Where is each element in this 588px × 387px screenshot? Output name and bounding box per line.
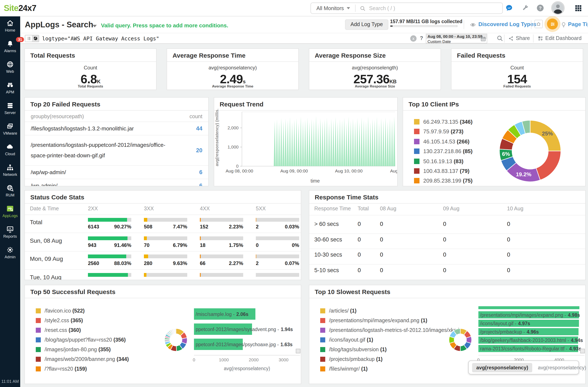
sidebar-item-rum[interactable]: RUM xyxy=(0,184,20,203)
series-toggle-other[interactable]: avg(responselatency) xyxy=(538,365,586,370)
legend-item[interactable]: /style2.css (365) xyxy=(36,318,83,324)
sidebar-item-alarms[interactable]: 31Alarms xyxy=(0,40,20,59)
page-title[interactable]: AppLogs - Search xyxy=(25,20,93,29)
legend-label: /projects/pmbackup (1) xyxy=(329,356,382,362)
page-tips-link[interactable]: Page Tips xyxy=(568,21,588,27)
table-row: /files/logstash/logstash-1.3.2-monolithi… xyxy=(25,122,208,135)
wrench-icon[interactable] xyxy=(520,3,530,13)
edit-dashboard-icon xyxy=(538,36,543,41)
legend-item[interactable]: /images/jordan-80.png (355) xyxy=(36,346,111,352)
donut-slice-label: 19.2% xyxy=(516,171,531,178)
status-percent: 9.63% xyxy=(173,260,187,266)
bar-ppetconf-2012/images/psychoaxe.jpg[interactable]: ppetconf-2012/images/psychoaxe.jpg -1.63… xyxy=(194,339,243,350)
panel-title: Response Time Stats xyxy=(309,191,585,204)
sidebar-item-network[interactable]: Network xyxy=(0,163,20,183)
chart-view-icon[interactable] xyxy=(32,35,39,42)
gear-icon xyxy=(6,246,14,254)
legend-item[interactable]: /?flav=rss20 (159) xyxy=(36,366,87,372)
legend-item[interactable]: /blog/tags/puppet?flav=rss20 (356) xyxy=(36,337,126,343)
bar-/blog/geekery/flashback-2010-2003.html[interactable]: /blog/geekery/flashback-2010-2003.html -… xyxy=(478,337,578,344)
sidebar-item-server[interactable]: Server xyxy=(0,101,20,121)
count-link[interactable]: 44 xyxy=(196,125,202,132)
search-submit-icon[interactable] xyxy=(497,35,503,42)
legend-item[interactable]: /reset.css (360) xyxy=(36,327,81,333)
status-percent: 88.03% xyxy=(114,260,131,266)
sidebar-item-applogs[interactable]: AppLogs xyxy=(0,204,20,224)
sidebar-item-reports[interactable]: Reports xyxy=(0,225,20,244)
status-count: 2560 xyxy=(88,260,99,266)
divider xyxy=(309,249,585,249)
sidebar-item-web[interactable]: Web xyxy=(0,60,20,80)
bar-/icons/layout.gif[interactable]: /icons/layout.gif -4.97s xyxy=(478,320,579,327)
bar-partial[interactable] xyxy=(478,306,579,309)
avatar[interactable] xyxy=(551,1,565,15)
page-header: AppLogs - Search Valid query. Press spac… xyxy=(20,16,588,33)
share-button[interactable]: Share xyxy=(516,35,530,41)
sidebar-item-home[interactable]: Home xyxy=(0,19,20,38)
search-icon xyxy=(360,5,366,11)
legend-item[interactable]: /files/winmgr/ (1) xyxy=(320,366,368,372)
series-toggle-selected[interactable]: avg(responselatency) xyxy=(472,363,532,372)
edit-dashboard-button[interactable]: Edit Dashboard xyxy=(545,35,582,41)
status-values: 20.07% xyxy=(256,260,299,266)
status-bar-fill xyxy=(200,218,201,222)
log-query-input[interactable] xyxy=(42,35,400,42)
axis-tick-label: Aug 08, 00:00 xyxy=(226,168,253,173)
monitor-scope-dropdown[interactable]: All Monitors xyxy=(311,5,355,11)
bar-ppetconf-2012/images/sysadvent.png[interactable]: ppetconf-2012/images/sysadvent.png -1.94… xyxy=(194,324,252,335)
table-row: /wp/wp-admin/6 xyxy=(25,165,208,179)
donut-slice[interactable] xyxy=(536,151,561,180)
status-bar-fill xyxy=(144,273,146,277)
scrollbar-thumb[interactable] xyxy=(580,349,585,353)
help-icon[interactable]: ? xyxy=(535,3,545,13)
title-caret-icon[interactable] xyxy=(93,25,97,27)
search-input[interactable] xyxy=(366,5,502,11)
list-view-icon[interactable] xyxy=(25,35,32,42)
bar-/misc/sample.log[interactable]: /misc/sample.log -2.06s xyxy=(194,308,255,320)
bar-label: /misc/sample.log -2.06s xyxy=(196,308,249,320)
sidebar-item-cloud[interactable]: Cloud xyxy=(0,143,20,162)
response-count: 0 xyxy=(380,236,383,243)
date-range-picker[interactable]: Aug 08, 00:00 - Aug 10, 23:59 Custom Dat… xyxy=(426,34,487,43)
count-link[interactable]: 20 xyxy=(196,147,202,154)
legend-item[interactable]: /articles/ (1) xyxy=(320,308,357,314)
legend-item[interactable]: /blog/tags/subversion (1) xyxy=(320,346,387,352)
count-link[interactable]: 6 xyxy=(199,169,202,175)
legend-swatch xyxy=(36,337,41,342)
stat-card-metric: avg(responselength) xyxy=(309,65,441,71)
legend-item[interactable]: /favicon.ico (522) xyxy=(36,308,84,314)
add-log-type-button[interactable]: Add Log Type xyxy=(345,19,388,30)
slowest-requests-donut-chart xyxy=(437,317,483,363)
scrollbar-thumb[interactable] xyxy=(296,349,300,353)
query-help-icon[interactable]: ? xyxy=(420,35,423,41)
status-count: 152 xyxy=(200,224,208,230)
status-bar xyxy=(256,236,299,240)
assist-chat-icon[interactable] xyxy=(504,3,514,13)
bar-label: /blog/geekery/flashback-2010-2003.html -… xyxy=(480,337,583,344)
site24x7-logo[interactable]: Site24x7 xyxy=(4,3,36,13)
legend-item[interactable]: /presentations/mpi/images/expand.png (1) xyxy=(320,318,427,324)
status-values: 682.37% xyxy=(200,279,243,280)
home-shortcut-icon[interactable] xyxy=(534,20,543,28)
sidebar-item-admin[interactable]: Admin xyxy=(0,246,20,265)
bar-/presentations/mpi/images/expand.png[interactable]: /presentations/mpi/images/expand.png -4.… xyxy=(478,311,579,318)
apps-grid-icon[interactable] xyxy=(573,3,583,13)
bar-rama-2013/css/fonts/Roboto-Regular.ttf[interactable]: rama-2013/css/fonts/Roboto-Regular.ttf -… xyxy=(478,345,578,352)
count-link[interactable]: 6 xyxy=(199,182,202,186)
discovered-log-types-link[interactable]: Discovered Log Types xyxy=(478,21,536,27)
status-percent: 6.79% xyxy=(173,242,187,248)
axis-tick-label: Aug 1 xyxy=(390,168,398,173)
sidebar-item-vmware[interactable]: VMware xyxy=(0,122,20,141)
row-label: Tue, 10 Aug xyxy=(30,274,62,280)
sidebar-item-apm[interactable]: APM xyxy=(0,81,20,100)
clear-query-icon[interactable]: x xyxy=(410,35,417,42)
legend-item[interactable]: /projects/pmbackup (1) xyxy=(320,356,382,362)
logo-green-text: Site xyxy=(4,3,18,13)
legend-item[interactable]: /images/web/2009/banner.png (344) xyxy=(36,356,129,362)
status-count: 0 xyxy=(256,242,259,248)
page-tips-filter-icon[interactable] xyxy=(547,19,558,29)
bar-/projects/pmbackup[interactable]: /projects/pmbackup -4.96s xyxy=(478,328,579,335)
status-count: 70 xyxy=(144,242,149,248)
legend-item[interactable]: /icons/layout.gif (1) xyxy=(320,337,373,343)
query-status-message: Valid query. Press space to add more con… xyxy=(101,22,228,29)
